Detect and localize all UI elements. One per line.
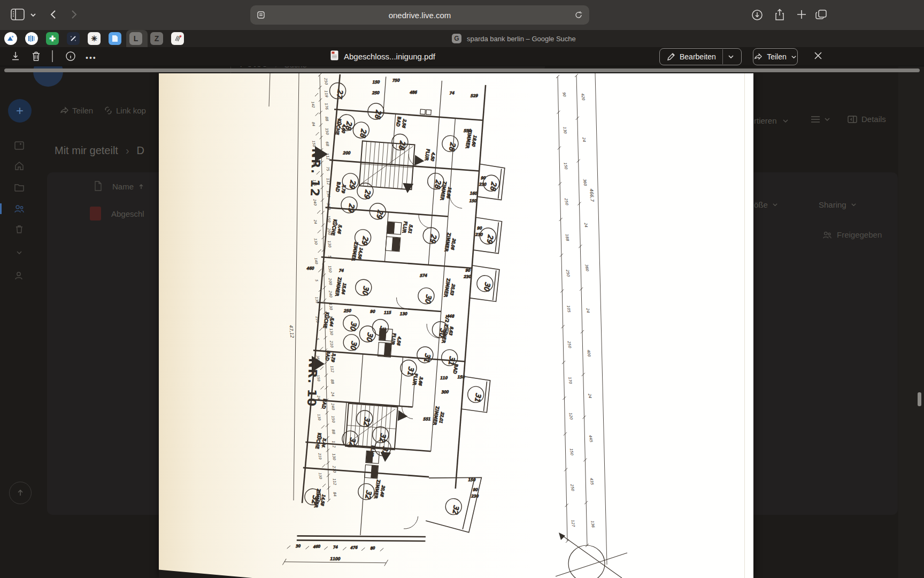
- pdf-page: 47,12 2501191768815068112751121303601502…: [159, 73, 753, 578]
- sidebar-item-people[interactable]: [14, 270, 25, 283]
- unit-number: 30: [349, 321, 358, 332]
- pdf-file-icon: [90, 207, 101, 220]
- tick: [315, 132, 319, 135]
- new-tab-button[interactable]: [796, 9, 807, 20]
- download-pdf-button[interactable]: [11, 51, 20, 62]
- dim-label: 250: [343, 308, 351, 313]
- tab-title: sparda bank berlin – Google Suche: [467, 35, 576, 43]
- reload-icon[interactable]: [574, 11, 583, 19]
- survey1-number: 150: [563, 162, 568, 170]
- url-bar[interactable]: onedrive.live.com: [250, 5, 589, 25]
- pdf-filename: Abgeschloss...inigung.pdf: [344, 52, 435, 61]
- survey2-number: 445: [588, 435, 594, 443]
- new-item-button[interactable]: +: [8, 99, 32, 123]
- feedback-button[interactable]: [9, 482, 32, 504]
- unit-number: 29: [346, 203, 356, 214]
- column-header-name[interactable]: Name: [112, 182, 144, 191]
- dim-label: 130: [399, 311, 407, 316]
- dim-label: 110: [440, 376, 448, 381]
- share-pdf-button[interactable]: Teilen: [753, 48, 798, 65]
- sidebar-item-gallery[interactable]: [14, 140, 25, 153]
- dim-label: 74: [338, 268, 344, 273]
- delete-pdf-button[interactable]: [31, 51, 41, 62]
- paper-fold-line: [744, 73, 745, 578]
- forward-button[interactable]: [68, 9, 79, 20]
- survey2-number: 24: [585, 308, 590, 313]
- back-button[interactable]: [48, 9, 59, 20]
- unit-number: 30: [482, 282, 492, 292]
- sidebar-toggle-button[interactable]: [11, 9, 25, 20]
- info-button[interactable]: [65, 51, 76, 62]
- favorites-row: ✚ ✳ L Z ✱: [4, 32, 184, 45]
- page-settings-icon[interactable]: [257, 11, 265, 19]
- details-toggle[interactable]: Details: [848, 115, 886, 124]
- striped-circle-site-icon[interactable]: [25, 32, 38, 45]
- blue-doc-site-icon[interactable]: [109, 32, 121, 45]
- sidebar-item-shared[interactable]: [14, 203, 25, 216]
- survey1-number: 170: [567, 376, 573, 384]
- left-chain-number: 200: [327, 278, 333, 286]
- navy-slash-site-icon[interactable]: [67, 32, 80, 45]
- room-name: BAD: [395, 116, 402, 127]
- tick: [320, 367, 324, 370]
- left-chain-number: 88: [331, 429, 336, 434]
- file-row-name[interactable]: Abgeschl: [111, 209, 144, 218]
- column-header-size[interactable]: öße: [754, 200, 778, 209]
- survey1-number: 90: [561, 92, 566, 97]
- tab-overview-button[interactable]: [815, 9, 828, 20]
- column-header-sharing[interactable]: Sharing: [819, 200, 857, 209]
- active-tab[interactable]: G sparda bank berlin – Google Suche: [452, 34, 576, 43]
- sidebar-chevron-icon[interactable]: [30, 12, 36, 18]
- compass-rose: [556, 533, 627, 578]
- survey2-number: 420: [580, 93, 586, 101]
- edit-chevron-icon[interactable]: [728, 54, 734, 60]
- sidebar-collapse-chevron[interactable]: [15, 248, 24, 259]
- letter-z: Z: [155, 34, 159, 43]
- view-dropdown[interactable]: [810, 115, 831, 126]
- room-name: BAD: [335, 181, 342, 192]
- close-pdf-button[interactable]: [813, 51, 823, 60]
- size-column-label: öße: [754, 200, 768, 209]
- letter-Z-site-icon[interactable]: Z: [150, 32, 163, 45]
- left-chain-inner-number: 5: [314, 279, 319, 282]
- share-button[interactable]: [773, 8, 786, 21]
- left-chain-number: 150: [330, 415, 336, 423]
- survey1-number: 250: [567, 340, 572, 348]
- favicon-letter: G: [454, 35, 459, 42]
- vertical-scrollbar-thumb[interactable]: [918, 392, 921, 406]
- bottom-dim-number: 476: [350, 545, 358, 550]
- letter-L-site-icon[interactable]: L: [129, 32, 142, 45]
- bottom-dimension-lines: 3046074476801100: [282, 539, 389, 573]
- dim-label: 150: [457, 375, 465, 379]
- mountain-site-icon[interactable]: [4, 32, 17, 45]
- knot-site-icon[interactable]: ✳: [88, 32, 101, 45]
- share-command[interactable]: Teilen: [60, 106, 93, 115]
- share-chevron-icon[interactable]: [791, 54, 797, 60]
- horizontal-scrollbar[interactable]: [4, 69, 920, 72]
- breadcrumb-root[interactable]: Mit mir geteilt: [55, 144, 118, 157]
- left-chain-number: 150: [327, 265, 333, 273]
- sidebar-item-files[interactable]: [14, 182, 25, 195]
- unit-number: 29: [363, 189, 372, 200]
- scribble-site-icon[interactable]: ✱: [171, 32, 184, 45]
- left-chain-number: 150: [324, 127, 329, 135]
- unit-number: 32: [380, 446, 390, 456]
- dim-label: 750: [392, 78, 400, 82]
- share-command-label: Teilen: [72, 106, 93, 115]
- copy-link-command[interactable]: Link kop: [104, 106, 146, 115]
- downloads-button[interactable]: [751, 9, 764, 21]
- green-cross-site-icon[interactable]: ✚: [46, 32, 59, 45]
- sidebar-item-trash[interactable]: [14, 224, 25, 237]
- sort-dropdown[interactable]: rtieren: [754, 116, 789, 125]
- breadcrumb: Mit mir geteilt › D: [55, 144, 144, 157]
- unit-number: 29: [375, 209, 384, 220]
- unit-number-circles: 2728282828282828292929292929293030303030…: [299, 82, 507, 517]
- more-options-button[interactable]: •••: [86, 54, 97, 62]
- sidebar-item-home[interactable]: [14, 161, 25, 173]
- unit-number: 28: [448, 141, 457, 152]
- survey1-number: 250: [564, 197, 569, 206]
- edit-button[interactable]: Bearbeiten: [659, 48, 742, 65]
- unit-number: 28: [397, 140, 407, 150]
- unit-number: 30: [424, 294, 433, 305]
- survey2-number: 360: [584, 264, 589, 272]
